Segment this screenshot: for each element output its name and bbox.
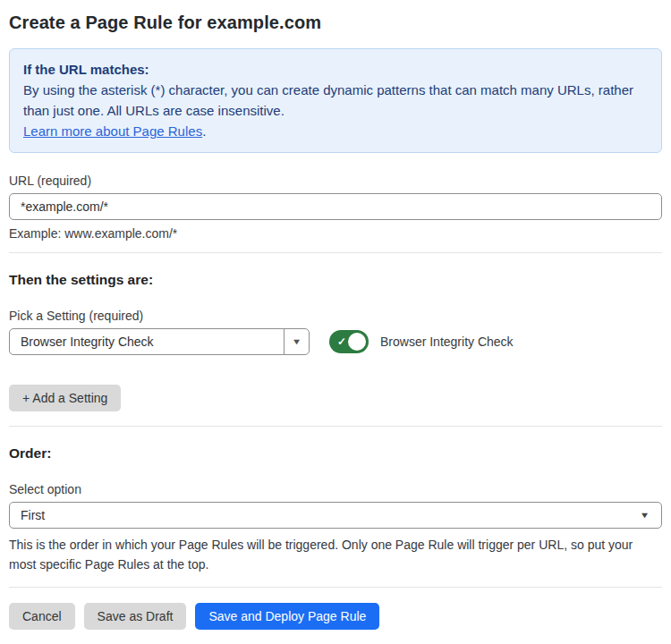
save-as-draft-button[interactable]: Save as Draft bbox=[84, 603, 187, 630]
caret-down-icon: ▼ bbox=[640, 512, 650, 520]
info-box-heading: If the URL matches: bbox=[23, 59, 648, 80]
info-box-link-line: Learn more about Page Rules. bbox=[23, 121, 648, 141]
divider bbox=[9, 587, 662, 588]
order-helper-text: This is the order in which your Page Rul… bbox=[9, 535, 662, 574]
setting-row: Browser Integrity Check ▼ ✓ Browser Inte… bbox=[9, 328, 662, 355]
footer-actions: Cancel Save as Draft Save and Deploy Pag… bbox=[9, 603, 662, 630]
url-match-info-box: If the URL matches: By using the asteris… bbox=[9, 48, 662, 153]
url-field-helper: Example: www.example.com/* bbox=[9, 226, 662, 241]
setting-toggle[interactable]: ✓ bbox=[329, 330, 369, 353]
save-and-deploy-button[interactable]: Save and Deploy Page Rule bbox=[195, 603, 379, 630]
learn-more-link[interactable]: Learn more about Page Rules bbox=[23, 123, 202, 139]
page-title: Create a Page Rule for example.com bbox=[9, 13, 662, 33]
url-field-label: URL (required) bbox=[9, 174, 662, 188]
setting-select-arrow-button[interactable]: ▼ bbox=[284, 329, 309, 354]
info-box-body: By using the asterisk (*) character, you… bbox=[23, 80, 633, 121]
order-select-value: First bbox=[10, 508, 661, 522]
order-section-heading: Order: bbox=[9, 445, 662, 462]
settings-section-heading: Then the settings are: bbox=[9, 272, 662, 288]
url-input[interactable] bbox=[9, 193, 662, 220]
add-setting-button[interactable]: + Add a Setting bbox=[9, 385, 121, 411]
order-select-label: Select option bbox=[9, 482, 662, 496]
toggle-knob bbox=[348, 333, 366, 351]
check-icon: ✓ bbox=[337, 336, 346, 347]
setting-toggle-label: Browser Integrity Check bbox=[380, 335, 514, 349]
link-suffix: . bbox=[202, 123, 206, 139]
cancel-button[interactable]: Cancel bbox=[9, 603, 75, 630]
setting-picker-label: Pick a Setting (required) bbox=[9, 309, 662, 323]
setting-select[interactable]: Browser Integrity Check ▼ bbox=[9, 328, 310, 355]
page-rule-form: Create a Page Rule for example.com If th… bbox=[0, 0, 671, 630]
caret-down-icon: ▼ bbox=[292, 338, 302, 346]
divider bbox=[9, 426, 662, 427]
divider bbox=[9, 252, 662, 253]
setting-select-value: Browser Integrity Check bbox=[10, 335, 284, 349]
order-select[interactable]: First ▼ bbox=[9, 502, 662, 529]
